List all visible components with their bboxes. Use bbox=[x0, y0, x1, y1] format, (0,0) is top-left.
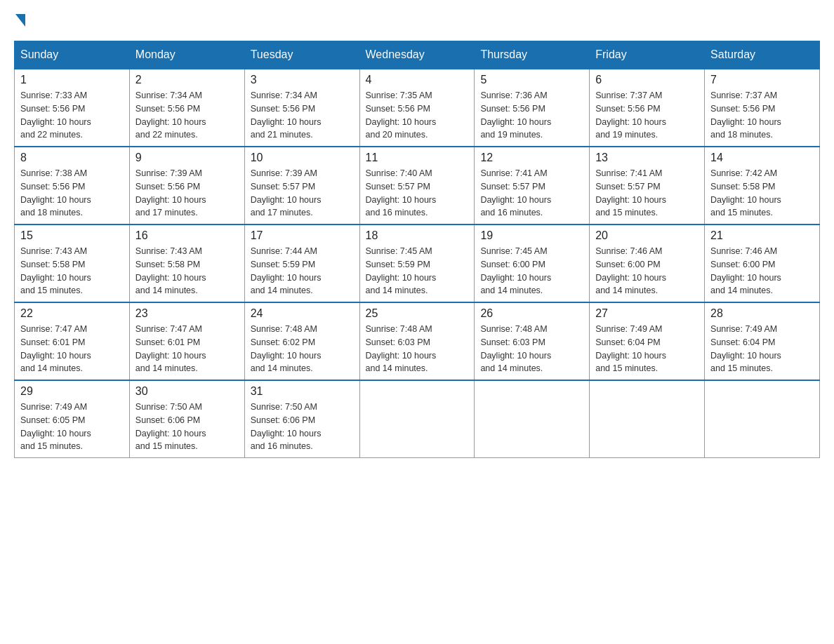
day-number: 5 bbox=[480, 74, 583, 86]
calendar-header-wednesday: Wednesday bbox=[359, 41, 475, 69]
day-number: 17 bbox=[251, 229, 354, 242]
day-info: Sunrise: 7:37 AMSunset: 5:56 PMDaylight:… bbox=[595, 89, 699, 142]
day-number: 16 bbox=[135, 229, 239, 242]
day-info: Sunrise: 7:45 AMSunset: 6:00 PMDaylight:… bbox=[480, 245, 583, 297]
calendar-cell: 30 Sunrise: 7:50 AMSunset: 6:06 PMDaylig… bbox=[129, 380, 244, 458]
day-info: Sunrise: 7:41 AMSunset: 5:57 PMDaylight:… bbox=[480, 167, 583, 220]
day-info: Sunrise: 7:49 AMSunset: 6:04 PMDaylight:… bbox=[710, 323, 814, 375]
calendar-cell: 24 Sunrise: 7:48 AMSunset: 6:02 PMDaylig… bbox=[244, 302, 359, 380]
day-info: Sunrise: 7:48 AMSunset: 6:02 PMDaylight:… bbox=[251, 323, 354, 375]
day-info: Sunrise: 7:46 AMSunset: 6:00 PMDaylight:… bbox=[710, 245, 814, 297]
calendar-cell: 1 Sunrise: 7:33 AMSunset: 5:56 PMDayligh… bbox=[15, 69, 130, 147]
day-number: 25 bbox=[366, 307, 469, 320]
day-info: Sunrise: 7:45 AMSunset: 5:59 PMDaylight:… bbox=[366, 245, 469, 297]
calendar-cell: 25 Sunrise: 7:48 AMSunset: 6:03 PMDaylig… bbox=[359, 302, 475, 380]
day-number: 26 bbox=[480, 307, 583, 320]
logo-triangle-icon bbox=[15, 14, 25, 27]
calendar-week-row: 29 Sunrise: 7:49 AMSunset: 6:05 PMDaylig… bbox=[15, 380, 820, 458]
day-info: Sunrise: 7:50 AMSunset: 6:06 PMDaylight:… bbox=[135, 401, 239, 453]
day-number: 9 bbox=[135, 152, 239, 164]
calendar-header-monday: Monday bbox=[129, 41, 244, 69]
calendar-week-row: 8 Sunrise: 7:38 AMSunset: 5:56 PMDayligh… bbox=[15, 147, 820, 224]
calendar-header-tuesday: Tuesday bbox=[244, 41, 359, 69]
day-number: 23 bbox=[135, 307, 239, 320]
day-info: Sunrise: 7:39 AMSunset: 5:56 PMDaylight:… bbox=[135, 167, 239, 220]
day-number: 8 bbox=[20, 152, 124, 164]
day-info: Sunrise: 7:35 AMSunset: 5:56 PMDaylight:… bbox=[366, 89, 469, 142]
day-number: 22 bbox=[20, 307, 124, 320]
calendar-cell: 9 Sunrise: 7:39 AMSunset: 5:56 PMDayligh… bbox=[129, 147, 244, 224]
calendar-week-row: 22 Sunrise: 7:47 AMSunset: 6:01 PMDaylig… bbox=[15, 302, 820, 380]
calendar-cell: 13 Sunrise: 7:41 AMSunset: 5:57 PMDaylig… bbox=[590, 147, 705, 224]
calendar-header-row: SundayMondayTuesdayWednesdayThursdayFrid… bbox=[15, 41, 820, 69]
calendar-cell: 22 Sunrise: 7:47 AMSunset: 6:01 PMDaylig… bbox=[15, 302, 130, 380]
calendar-cell: 17 Sunrise: 7:44 AMSunset: 5:59 PMDaylig… bbox=[244, 224, 359, 302]
calendar-week-row: 15 Sunrise: 7:43 AMSunset: 5:58 PMDaylig… bbox=[15, 224, 820, 302]
day-info: Sunrise: 7:34 AMSunset: 5:56 PMDaylight:… bbox=[135, 89, 239, 142]
calendar-cell: 3 Sunrise: 7:34 AMSunset: 5:56 PMDayligh… bbox=[244, 69, 359, 147]
day-number: 14 bbox=[710, 152, 814, 164]
logo bbox=[14, 14, 27, 27]
calendar-header-thursday: Thursday bbox=[475, 41, 590, 69]
day-info: Sunrise: 7:36 AMSunset: 5:56 PMDaylight:… bbox=[480, 89, 583, 142]
day-number: 24 bbox=[251, 307, 354, 320]
calendar-table: SundayMondayTuesdayWednesdayThursdayFrid… bbox=[14, 41, 820, 458]
calendar-header-saturday: Saturday bbox=[705, 41, 820, 69]
day-number: 4 bbox=[366, 74, 469, 86]
calendar-cell: 10 Sunrise: 7:39 AMSunset: 5:57 PMDaylig… bbox=[244, 147, 359, 224]
calendar-cell: 26 Sunrise: 7:48 AMSunset: 6:03 PMDaylig… bbox=[475, 302, 590, 380]
calendar-cell: 31 Sunrise: 7:50 AMSunset: 6:06 PMDaylig… bbox=[244, 380, 359, 458]
calendar-cell: 15 Sunrise: 7:43 AMSunset: 5:58 PMDaylig… bbox=[15, 224, 130, 302]
calendar-cell: 19 Sunrise: 7:45 AMSunset: 6:00 PMDaylig… bbox=[475, 224, 590, 302]
calendar-cell: 12 Sunrise: 7:41 AMSunset: 5:57 PMDaylig… bbox=[475, 147, 590, 224]
day-info: Sunrise: 7:33 AMSunset: 5:56 PMDaylight:… bbox=[20, 89, 124, 142]
calendar-cell: 21 Sunrise: 7:46 AMSunset: 6:00 PMDaylig… bbox=[705, 224, 820, 302]
day-number: 19 bbox=[480, 229, 583, 242]
day-number: 28 bbox=[710, 307, 814, 320]
day-number: 1 bbox=[20, 74, 124, 86]
day-info: Sunrise: 7:48 AMSunset: 6:03 PMDaylight:… bbox=[480, 323, 583, 375]
day-number: 18 bbox=[366, 229, 469, 242]
day-number: 21 bbox=[710, 229, 814, 242]
day-number: 20 bbox=[595, 229, 699, 242]
day-info: Sunrise: 7:43 AMSunset: 5:58 PMDaylight:… bbox=[20, 245, 124, 297]
day-info: Sunrise: 7:34 AMSunset: 5:56 PMDaylight:… bbox=[251, 89, 354, 142]
day-info: Sunrise: 7:44 AMSunset: 5:59 PMDaylight:… bbox=[251, 245, 354, 297]
calendar-cell: 23 Sunrise: 7:47 AMSunset: 6:01 PMDaylig… bbox=[129, 302, 244, 380]
day-number: 29 bbox=[20, 385, 124, 398]
day-number: 6 bbox=[595, 74, 699, 86]
calendar-cell bbox=[705, 380, 820, 458]
day-number: 2 bbox=[135, 74, 239, 86]
day-info: Sunrise: 7:42 AMSunset: 5:58 PMDaylight:… bbox=[710, 167, 814, 220]
day-number: 15 bbox=[20, 229, 124, 242]
calendar-header-friday: Friday bbox=[590, 41, 705, 69]
calendar-cell: 4 Sunrise: 7:35 AMSunset: 5:56 PMDayligh… bbox=[359, 69, 475, 147]
day-info: Sunrise: 7:50 AMSunset: 6:06 PMDaylight:… bbox=[251, 401, 354, 453]
calendar-cell: 29 Sunrise: 7:49 AMSunset: 6:05 PMDaylig… bbox=[15, 380, 130, 458]
calendar-week-row: 1 Sunrise: 7:33 AMSunset: 5:56 PMDayligh… bbox=[15, 69, 820, 147]
day-number: 7 bbox=[710, 74, 814, 86]
calendar-cell: 27 Sunrise: 7:49 AMSunset: 6:04 PMDaylig… bbox=[590, 302, 705, 380]
day-info: Sunrise: 7:37 AMSunset: 5:56 PMDaylight:… bbox=[710, 89, 814, 142]
calendar-cell: 18 Sunrise: 7:45 AMSunset: 5:59 PMDaylig… bbox=[359, 224, 475, 302]
calendar-cell: 16 Sunrise: 7:43 AMSunset: 5:58 PMDaylig… bbox=[129, 224, 244, 302]
calendar-cell: 20 Sunrise: 7:46 AMSunset: 6:00 PMDaylig… bbox=[590, 224, 705, 302]
day-info: Sunrise: 7:47 AMSunset: 6:01 PMDaylight:… bbox=[20, 323, 124, 375]
calendar-cell: 11 Sunrise: 7:40 AMSunset: 5:57 PMDaylig… bbox=[359, 147, 475, 224]
calendar-cell: 8 Sunrise: 7:38 AMSunset: 5:56 PMDayligh… bbox=[15, 147, 130, 224]
calendar-cell bbox=[475, 380, 590, 458]
day-info: Sunrise: 7:46 AMSunset: 6:00 PMDaylight:… bbox=[595, 245, 699, 297]
calendar-cell: 6 Sunrise: 7:37 AMSunset: 5:56 PMDayligh… bbox=[590, 69, 705, 147]
day-info: Sunrise: 7:38 AMSunset: 5:56 PMDaylight:… bbox=[20, 167, 124, 220]
day-info: Sunrise: 7:39 AMSunset: 5:57 PMDaylight:… bbox=[251, 167, 354, 220]
day-info: Sunrise: 7:43 AMSunset: 5:58 PMDaylight:… bbox=[135, 245, 239, 297]
day-number: 12 bbox=[480, 152, 583, 164]
calendar-cell bbox=[590, 380, 705, 458]
day-number: 30 bbox=[135, 385, 239, 398]
calendar-cell: 14 Sunrise: 7:42 AMSunset: 5:58 PMDaylig… bbox=[705, 147, 820, 224]
day-number: 3 bbox=[251, 74, 354, 86]
day-number: 10 bbox=[251, 152, 354, 164]
day-info: Sunrise: 7:40 AMSunset: 5:57 PMDaylight:… bbox=[366, 167, 469, 220]
day-info: Sunrise: 7:41 AMSunset: 5:57 PMDaylight:… bbox=[595, 167, 699, 220]
calendar-cell bbox=[359, 380, 475, 458]
